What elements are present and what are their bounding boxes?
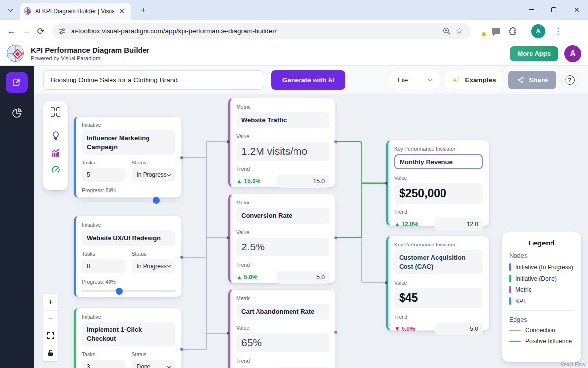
tasks-value[interactable]: 5 — [82, 168, 126, 182]
kpi-node-cac[interactable]: Key Performance Indicator Customer Acqui… — [386, 236, 489, 331]
tasks-value[interactable]: 8 — [82, 259, 126, 273]
new-tab-button[interactable]: + — [137, 4, 149, 16]
palette-initiative-bulb-icon[interactable] — [50, 130, 61, 141]
sidebar-item-charts[interactable] — [6, 104, 28, 122]
kpi-value[interactable]: $250,000 — [394, 183, 483, 204]
status-select[interactable]: Done — [132, 360, 176, 368]
browser-window: AI KPI Diagram Builder | Visuali ✕ + × ←… — [0, 0, 588, 368]
diagram-canvas[interactable]: Initiative Influencer Marketing Campaign… — [34, 94, 588, 368]
status-select[interactable]: In Progress — [132, 168, 176, 182]
legend-item-initiative-in-progress: Initiative (In Progress) — [509, 263, 574, 271]
kpi-title-input[interactable] — [394, 154, 483, 169]
chevron-down-icon — [167, 263, 171, 267]
lock-button[interactable] — [43, 344, 58, 361]
close-button[interactable]: × — [565, 0, 588, 20]
sidebar-item-editor[interactable] — [6, 72, 28, 93]
node-title[interactable]: Influencer Marketing Campaign — [82, 130, 175, 155]
docs-offline-extension-icon[interactable]: ↓ — [478, 27, 485, 36]
bookmark-star-icon[interactable]: ☆ — [453, 25, 466, 38]
edge-swatch — [509, 330, 521, 331]
extensions-puzzle-icon[interactable] — [507, 26, 517, 36]
edit-pencil-icon — [12, 78, 22, 87]
fit-view-button[interactable] — [43, 327, 58, 344]
palette-metric-chart-icon[interactable] — [50, 147, 61, 158]
slider-thumb[interactable] — [116, 288, 123, 295]
tab-search-button[interactable] — [4, 4, 17, 15]
page-title: KPI Performance Diagram Builder — [31, 46, 149, 55]
metric-node-conversion-rate[interactable]: Metric Conversion Rate Value 2.5% Trend … — [228, 194, 336, 283]
browser-menu-icon[interactable]: ⋮ — [552, 26, 564, 36]
forward-button[interactable]: → — [19, 24, 34, 39]
legend-nodes-heading: Nodes — [509, 252, 574, 259]
help-button[interactable]: ? — [561, 72, 578, 88]
kpi-node-monthly-revenue[interactable]: Key Performance Indicator Value $250,000… — [386, 140, 489, 226]
zoom-in-button[interactable]: + — [43, 294, 58, 311]
progress-slider[interactable] — [82, 288, 175, 295]
trend-value-input[interactable]: -5.0 — [435, 323, 483, 335]
metric-value[interactable]: 1.2M visits/mo — [236, 142, 330, 161]
edge-swatch — [509, 341, 521, 342]
status-select[interactable]: In Progress — [132, 259, 176, 273]
trend-value-input[interactable]: 5.0 — [277, 271, 330, 284]
node-title[interactable]: Website UX/UI Redesign — [82, 230, 175, 246]
progress-slider[interactable] — [82, 197, 175, 204]
share-icon — [517, 76, 525, 84]
kpi-value[interactable]: $45 — [394, 288, 483, 308]
node-title[interactable]: Cart Abandonment Rate — [236, 304, 330, 320]
initiative-node-one-click-checkout[interactable]: Initiative Implement 1-Click Checkout Ta… — [74, 308, 182, 368]
minimize-icon — [529, 9, 534, 10]
browser-profile-avatar[interactable]: A — [531, 24, 545, 38]
visual-paradigm-link[interactable]: Visual Paradigm — [61, 55, 100, 61]
more-apps-button[interactable]: More Apps — [510, 46, 558, 61]
url-bar[interactable]: ai-toolbox.visual-paradigm.com/app/kpi-p… — [52, 23, 471, 39]
legend-item-label: Positive Influence — [525, 338, 572, 345]
node-title[interactable]: Customer Acquisition Cost (CAC) — [394, 250, 483, 274]
share-label: Share — [529, 76, 548, 83]
trend-value-input[interactable]: 15.0 — [277, 175, 330, 188]
legend-item-label: Metric — [515, 286, 532, 293]
reload-button[interactable]: ⟳ — [34, 24, 48, 39]
node-type-label: Key Performance Indicator — [394, 146, 483, 152]
metric-value[interactable]: 2.5% — [236, 238, 330, 256]
palette-grid-icon[interactable] — [51, 107, 60, 117]
tab-close-icon[interactable]: ✕ — [117, 7, 126, 16]
initiative-node-influencer-marketing[interactable]: Initiative Influencer Marketing Campaign… — [74, 116, 182, 198]
initiative-node-ux-redesign[interactable]: Initiative Website UX/UI Redesign Tasks … — [74, 216, 182, 297]
examples-label: Examples — [465, 76, 496, 83]
examples-button[interactable]: Examples — [444, 71, 503, 89]
generate-with-ai-button[interactable]: Generate with AI — [271, 70, 345, 90]
share-button[interactable]: Share — [508, 71, 556, 89]
prompt-input[interactable] — [43, 70, 264, 90]
metric-node-cart-abandonment[interactable]: Metric Cart Abandonment Rate Value 65% T… — [228, 289, 336, 368]
value-label: Value — [394, 280, 483, 286]
metric-value[interactable]: 65% — [236, 333, 330, 352]
user-avatar[interactable]: A — [564, 45, 581, 62]
palette-kpi-gauge-icon[interactable] — [50, 164, 61, 175]
chat-extension-icon[interactable] — [492, 28, 500, 34]
legend-item-label: KPI — [515, 298, 525, 305]
trend-value-input[interactable]: 12.0 — [435, 218, 483, 231]
trend-value-input[interactable]: -8.0 — [277, 367, 330, 368]
metric-node-website-traffic[interactable]: Metric Website Traffic Value 1.2M visits… — [228, 98, 336, 187]
legend-item-kpi: KPI — [509, 297, 574, 305]
site-info-icon[interactable] — [58, 27, 66, 35]
node-title[interactable]: Implement 1-Click Checkout — [82, 322, 175, 346]
back-button[interactable]: ← — [4, 24, 19, 39]
minimize-button[interactable] — [520, 0, 543, 20]
browser-tab[interactable]: AI KPI Diagram Builder | Visuali ✕ — [20, 3, 131, 20]
zoom-out-button[interactable]: − — [43, 311, 58, 327]
slider-thumb[interactable] — [153, 197, 160, 204]
status-value: Done — [137, 363, 151, 368]
node-title[interactable]: Conversion Rate — [236, 208, 330, 224]
zoom-out-icon[interactable] — [440, 25, 453, 38]
maximize-button[interactable] — [543, 0, 565, 20]
value-label: Value — [236, 133, 330, 139]
canvas-controls: + − — [43, 294, 58, 361]
progress-label: Progress: 40% — [82, 279, 175, 285]
trend-pct-text: 15.0% — [244, 178, 260, 185]
status-value: In Progress — [137, 263, 167, 270]
node-title[interactable]: Website Traffic — [236, 112, 330, 128]
unlock-icon — [47, 349, 54, 356]
file-menu-button[interactable]: File — [390, 71, 439, 89]
tasks-value[interactable]: 3 — [82, 360, 126, 368]
